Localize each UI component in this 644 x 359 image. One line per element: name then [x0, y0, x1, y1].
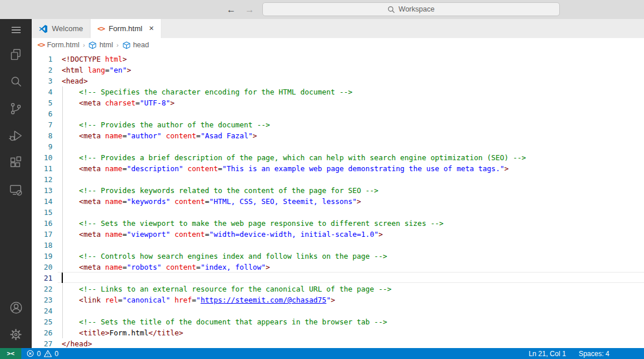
- code-text: <!-- Links to an external resource for t…: [58, 284, 391, 294]
- code-text: <meta charset="UTF-8">: [58, 97, 175, 108]
- code-text: <meta name="author" content="Asad Fazal"…: [58, 130, 257, 141]
- code-line[interactable]: 17 <meta name="viewport" content="width=…: [32, 229, 644, 240]
- source-control-icon[interactable]: [0, 95, 32, 122]
- code-line[interactable]: 10 <!-- Provides a brief description of …: [32, 152, 644, 163]
- code-line[interactable]: 9: [32, 141, 644, 152]
- explorer-icon[interactable]: [0, 41, 32, 68]
- breadcrumb-item-file[interactable]: <> Form.html: [37, 41, 80, 49]
- code-text: <title>Form.html</title>: [58, 327, 183, 338]
- line-number: 16: [32, 218, 58, 229]
- line-number: 9: [32, 141, 58, 152]
- code-text: [58, 108, 62, 119]
- chevron-right-icon: ›: [82, 41, 86, 48]
- cursor-position[interactable]: Ln 21, Col 1: [529, 350, 566, 358]
- code-text: <!-- Provides the author of the document…: [58, 119, 270, 130]
- code-text: [58, 240, 62, 251]
- run-and-debug-icon[interactable]: [0, 122, 32, 149]
- code-text: <!-- Specifies the character encoding fo…: [58, 86, 352, 97]
- code-line[interactable]: 12: [32, 174, 644, 185]
- code-text: <meta name="description" content="This i…: [58, 163, 509, 174]
- line-number: 15: [32, 207, 58, 218]
- line-number: 4: [32, 86, 58, 97]
- remote-explorer-icon[interactable]: [0, 176, 32, 203]
- code-text: <!DOCTYPE html>: [58, 54, 127, 65]
- line-number: 10: [32, 152, 58, 163]
- code-line[interactable]: 21: [32, 273, 644, 284]
- line-number: 23: [32, 294, 58, 305]
- line-number: 5: [32, 97, 58, 108]
- tab-label: Form.html: [108, 24, 142, 33]
- problems-indicator[interactable]: 0 0: [21, 350, 58, 358]
- code-line[interactable]: 16 <!-- Sets the viewport to make the we…: [32, 218, 644, 229]
- code-line[interactable]: 6: [32, 108, 644, 119]
- tab-label: Welcome: [52, 24, 83, 33]
- code-line[interactable]: 14 <meta name="keywords" content="HTML, …: [32, 196, 644, 207]
- code-line[interactable]: 22 <!-- Links to an external resource fo…: [32, 284, 644, 294]
- line-number: 2: [32, 65, 58, 75]
- code-line[interactable]: 3<head>: [32, 75, 644, 86]
- code-line[interactable]: 8 <meta name="author" content="Asad Faza…: [32, 130, 644, 141]
- search-placeholder: Workspace: [398, 5, 434, 13]
- code-line[interactable]: 23 <link rel="canonical" href="https://s…: [32, 294, 644, 305]
- code-line[interactable]: 15: [32, 207, 644, 218]
- command-center-search[interactable]: Workspace: [262, 2, 560, 16]
- breadcrumb-item-html[interactable]: html: [88, 41, 113, 50]
- line-number: 8: [32, 130, 58, 141]
- tab-form-html[interactable]: <> Form.html ✕: [91, 19, 161, 38]
- line-number: 12: [32, 174, 58, 185]
- code-line[interactable]: 26 <title>Form.html</title>: [32, 327, 644, 338]
- warning-count: 0: [55, 350, 59, 358]
- symbol-cube-icon: [122, 41, 131, 50]
- accounts-icon[interactable]: [0, 294, 32, 321]
- code-line[interactable]: 11 <meta name="description" content="Thi…: [32, 163, 644, 174]
- code-text: </head>: [58, 338, 92, 348]
- activity-bar: [0, 19, 32, 348]
- code-line[interactable]: 24: [32, 305, 644, 316]
- code-line[interactable]: 7 <!-- Provides the author of the docume…: [32, 119, 644, 130]
- remote-icon: ><: [7, 350, 14, 357]
- breadcrumb-label: html: [99, 41, 113, 49]
- code-line[interactable]: 5 <meta charset="UTF-8">: [32, 97, 644, 108]
- code-line[interactable]: 27</head>: [32, 338, 644, 348]
- code-text: <!-- Sets the viewport to make the web p…: [58, 218, 443, 229]
- code-line[interactable]: 4 <!-- Specifies the character encoding …: [32, 86, 644, 97]
- text-cursor: [62, 273, 63, 283]
- code-line[interactable]: 1<!DOCTYPE html>: [32, 54, 644, 65]
- line-number: 27: [32, 338, 58, 348]
- html-file-icon: <>: [97, 25, 104, 33]
- tab-welcome[interactable]: Welcome: [32, 19, 91, 38]
- code-text: [58, 273, 62, 284]
- code-line[interactable]: 25 <!-- Sets the title of the document t…: [32, 316, 644, 327]
- settings-gear-icon[interactable]: [0, 321, 32, 348]
- line-number: 18: [32, 240, 58, 251]
- line-number: 3: [32, 75, 58, 86]
- code-line[interactable]: 18: [32, 240, 644, 251]
- line-number: 14: [32, 196, 58, 207]
- close-tab-icon[interactable]: ✕: [149, 25, 154, 32]
- extensions-icon[interactable]: [0, 149, 32, 176]
- editor-group: Welcome <> Form.html ✕ <> Form.html › ht…: [32, 19, 644, 348]
- line-number: 24: [32, 305, 58, 316]
- code-line[interactable]: 13 <!-- Provides keywords related to the…: [32, 185, 644, 196]
- indentation-setting[interactable]: Spaces: 4: [579, 350, 609, 358]
- line-number: 11: [32, 163, 58, 174]
- search-sidebar-icon[interactable]: [0, 68, 32, 95]
- line-number: 21: [32, 273, 58, 284]
- remote-indicator[interactable]: ><: [0, 348, 21, 359]
- back-arrow-icon[interactable]: ←: [227, 5, 236, 14]
- code-editor[interactable]: 1<!DOCTYPE html>2<html lang="en">3<head>…: [32, 52, 644, 348]
- history-nav: ← →: [227, 0, 254, 19]
- code-line[interactable]: 19 <!-- Controls how search engines inde…: [32, 251, 644, 262]
- code-text: <meta name="viewport" content="width=dev…: [58, 229, 383, 240]
- code-line[interactable]: 20 <meta name="robots" content="index, f…: [32, 262, 644, 273]
- breadcrumb-item-head[interactable]: head: [122, 41, 149, 50]
- menu-icon[interactable]: [0, 19, 32, 41]
- code-text: <meta name="robots" content="index, foll…: [58, 262, 270, 273]
- line-number: 6: [32, 108, 58, 119]
- forward-arrow-icon[interactable]: →: [245, 5, 254, 14]
- code-text: <link rel="canonical" href="https://stee…: [58, 294, 335, 305]
- code-line[interactable]: 2<html lang="en">: [32, 65, 644, 75]
- breadcrumb: <> Form.html › html › head: [32, 38, 644, 52]
- html-file-icon: <>: [37, 41, 44, 49]
- breadcrumb-label: head: [133, 41, 149, 49]
